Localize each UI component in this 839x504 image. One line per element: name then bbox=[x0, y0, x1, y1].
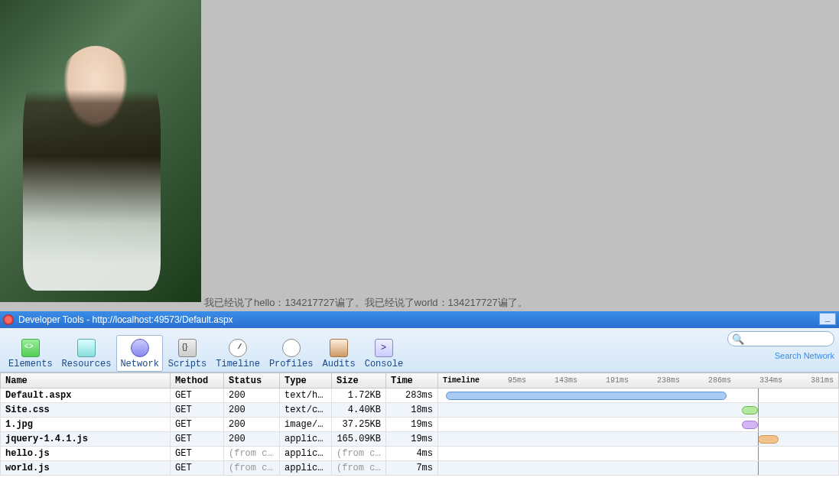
cell-status: 200 bbox=[224, 418, 280, 432]
cell-size: (from ca… bbox=[332, 447, 386, 461]
table-row[interactable]: Site.cssGET200text/css4.40KB18ms bbox=[1, 403, 839, 418]
tab-scripts[interactable]: Scripts bbox=[164, 335, 210, 372]
tab-audits[interactable]: Audits bbox=[318, 335, 359, 372]
cell-time: 19ms bbox=[386, 418, 438, 432]
page-image bbox=[0, 0, 201, 302]
cell-method: GET bbox=[171, 389, 224, 403]
cell-status: (from ca… bbox=[224, 447, 280, 461]
cell-size: 4.40KB bbox=[332, 403, 386, 418]
page-blank-area: 我已经说了hello：134217727谝了。我已经说了world：134217… bbox=[201, 0, 839, 311]
col-timeline[interactable]: Timeline 95ms 143ms 191ms 238ms 286ms 33… bbox=[438, 373, 839, 389]
cell-time: 283ms bbox=[386, 389, 438, 403]
cell-type: applicat… bbox=[280, 447, 332, 461]
cell-type: applicat… bbox=[280, 461, 332, 476]
cell-timeline bbox=[438, 403, 839, 418]
devtools-app-icon bbox=[3, 314, 14, 325]
timeline-bar bbox=[446, 392, 726, 400]
table-row[interactable]: jquery-1.4.1.jsGET200applicat…165.09KB19… bbox=[1, 432, 839, 447]
cell-timeline bbox=[438, 432, 839, 447]
cell-type: applicat… bbox=[280, 432, 332, 447]
cell-time: 19ms bbox=[386, 432, 438, 447]
cell-timeline bbox=[438, 447, 839, 461]
cell-name: world.js bbox=[1, 461, 171, 476]
tab-profiles[interactable]: Profiles bbox=[265, 335, 317, 372]
audits-icon bbox=[327, 337, 351, 359]
devtools-title: Developer Tools - http://localhost:49573… bbox=[18, 314, 233, 325]
col-size[interactable]: Size bbox=[332, 373, 386, 389]
col-status[interactable]: Status bbox=[224, 373, 280, 389]
console-icon bbox=[372, 337, 396, 359]
cell-name: jquery-1.4.1.js bbox=[1, 432, 171, 447]
resources-icon bbox=[74, 337, 99, 359]
cell-type: text/css bbox=[280, 403, 332, 418]
cell-size: (from ca… bbox=[332, 461, 386, 476]
timeline-marker bbox=[758, 432, 759, 446]
cell-status: 200 bbox=[224, 389, 280, 403]
cell-size: 37.25KB bbox=[332, 418, 386, 432]
scripts-icon bbox=[175, 337, 200, 359]
table-row[interactable]: hello.jsGET(from ca…applicat…(from ca…4m… bbox=[1, 447, 839, 461]
search-area: 🔍 Search Network bbox=[727, 331, 834, 360]
elements-icon bbox=[18, 337, 43, 359]
cell-size: 165.09KB bbox=[332, 432, 386, 447]
cell-method: GET bbox=[171, 447, 224, 461]
tab-elements[interactable]: Elements bbox=[5, 335, 57, 372]
col-name[interactable]: Name bbox=[1, 373, 171, 389]
table-row[interactable]: Default.aspxGET200text/html1.72KB283ms bbox=[1, 389, 839, 403]
page-caption: 我已经说了hello：134217727谝了。我已经说了world：134217… bbox=[201, 294, 531, 311]
cell-time: 7ms bbox=[386, 461, 438, 476]
timeline-bar bbox=[742, 421, 758, 429]
timeline-marker bbox=[758, 403, 759, 417]
cell-method: GET bbox=[171, 418, 224, 432]
cell-timeline bbox=[438, 461, 839, 476]
timeline-icon bbox=[226, 337, 250, 359]
devtools-toolbar: Elements Resources Network Scripts Timel… bbox=[0, 328, 839, 372]
tab-console[interactable]: Console bbox=[361, 335, 407, 372]
cell-name: Site.css bbox=[1, 403, 171, 418]
timeline-bar bbox=[758, 435, 778, 444]
search-icon: 🔍 bbox=[732, 333, 744, 345]
cell-size: 1.72KB bbox=[332, 389, 386, 403]
timeline-marker bbox=[758, 447, 759, 460]
col-method[interactable]: Method bbox=[171, 373, 224, 389]
tab-timeline[interactable]: Timeline bbox=[212, 335, 264, 372]
timeline-bar bbox=[742, 406, 758, 415]
col-time[interactable]: Time bbox=[386, 373, 438, 389]
search-network-link[interactable]: Search Network bbox=[727, 351, 834, 360]
table-header-row: Name Method Status Type Size Time Timeli… bbox=[1, 373, 839, 389]
cell-name: 1.jpg bbox=[1, 418, 171, 432]
col-type[interactable]: Type bbox=[280, 373, 332, 389]
cell-method: GET bbox=[171, 432, 224, 447]
cell-method: GET bbox=[171, 403, 224, 418]
tab-network[interactable]: Network bbox=[116, 335, 162, 372]
network-icon bbox=[128, 337, 152, 359]
cell-status: 200 bbox=[224, 432, 280, 447]
devtools-titlebar[interactable]: Developer Tools - http://localhost:49573… bbox=[0, 311, 839, 328]
minimize-button[interactable]: _ bbox=[819, 313, 836, 325]
timeline-marker bbox=[758, 461, 759, 475]
cell-method: GET bbox=[171, 461, 224, 476]
profiles-icon bbox=[279, 337, 304, 359]
table-row[interactable]: 1.jpgGET200image/jpeg37.25KB19ms bbox=[1, 418, 839, 432]
timeline-marker bbox=[758, 389, 759, 402]
cell-time: 18ms bbox=[386, 403, 438, 418]
cell-time: 4ms bbox=[386, 447, 438, 461]
cell-name: Default.aspx bbox=[1, 389, 171, 403]
cell-type: image/jpeg bbox=[280, 418, 332, 432]
page-viewport: 我已经说了hello：134217727谝了。我已经说了world：134217… bbox=[0, 0, 839, 311]
cell-name: hello.js bbox=[1, 447, 171, 461]
cell-status: 200 bbox=[224, 403, 280, 418]
cell-timeline bbox=[438, 418, 839, 432]
cell-timeline bbox=[438, 389, 839, 403]
tab-resources[interactable]: Resources bbox=[58, 335, 115, 372]
timeline-marker bbox=[758, 418, 759, 431]
table-row[interactable]: world.jsGET(from ca…applicat…(from ca…7m… bbox=[1, 461, 839, 476]
cell-type: text/html bbox=[280, 389, 332, 403]
cell-status: (from ca… bbox=[224, 461, 280, 476]
network-table: Name Method Status Type Size Time Timeli… bbox=[0, 372, 839, 504]
